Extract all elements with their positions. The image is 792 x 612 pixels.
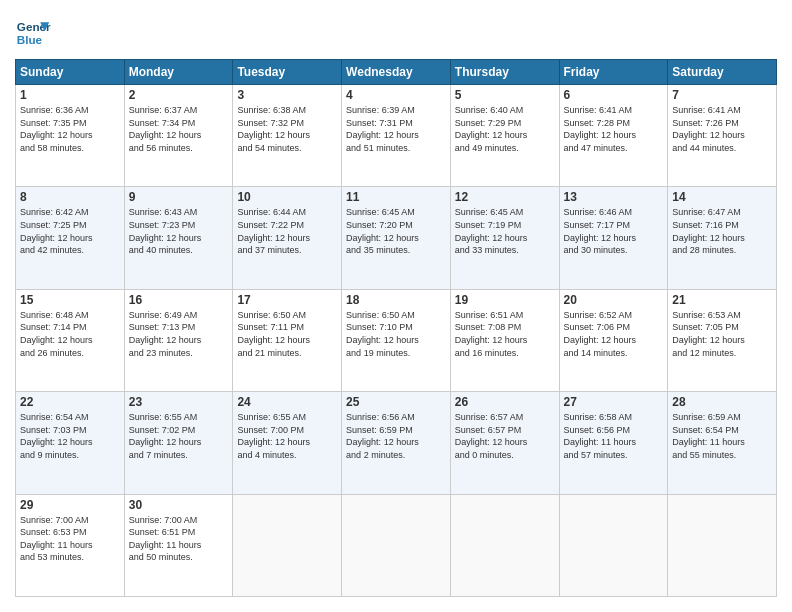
calendar-cell — [559, 494, 668, 596]
calendar-cell: 11Sunrise: 6:45 AM Sunset: 7:20 PM Dayli… — [342, 187, 451, 289]
cell-text: Sunrise: 6:50 AM Sunset: 7:10 PM Dayligh… — [346, 309, 446, 359]
day-number: 12 — [455, 190, 555, 204]
day-number: 17 — [237, 293, 337, 307]
cell-text: Sunrise: 6:54 AM Sunset: 7:03 PM Dayligh… — [20, 411, 120, 461]
cell-text: Sunrise: 6:45 AM Sunset: 7:19 PM Dayligh… — [455, 206, 555, 256]
calendar-week-4: 22Sunrise: 6:54 AM Sunset: 7:03 PM Dayli… — [16, 392, 777, 494]
calendar-week-1: 1Sunrise: 6:36 AM Sunset: 7:35 PM Daylig… — [16, 85, 777, 187]
day-number: 4 — [346, 88, 446, 102]
cell-text: Sunrise: 6:53 AM Sunset: 7:05 PM Dayligh… — [672, 309, 772, 359]
calendar-cell: 16Sunrise: 6:49 AM Sunset: 7:13 PM Dayli… — [124, 289, 233, 391]
cell-text: Sunrise: 6:37 AM Sunset: 7:34 PM Dayligh… — [129, 104, 229, 154]
calendar-cell — [342, 494, 451, 596]
calendar-cell: 13Sunrise: 6:46 AM Sunset: 7:17 PM Dayli… — [559, 187, 668, 289]
day-header-sunday: Sunday — [16, 60, 125, 85]
day-number: 1 — [20, 88, 120, 102]
day-header-tuesday: Tuesday — [233, 60, 342, 85]
day-number: 15 — [20, 293, 120, 307]
calendar-cell: 9Sunrise: 6:43 AM Sunset: 7:23 PM Daylig… — [124, 187, 233, 289]
day-number: 9 — [129, 190, 229, 204]
logo: General Blue — [15, 15, 51, 51]
day-header-friday: Friday — [559, 60, 668, 85]
calendar-cell: 17Sunrise: 6:50 AM Sunset: 7:11 PM Dayli… — [233, 289, 342, 391]
cell-text: Sunrise: 6:55 AM Sunset: 7:00 PM Dayligh… — [237, 411, 337, 461]
day-number: 28 — [672, 395, 772, 409]
cell-text: Sunrise: 6:44 AM Sunset: 7:22 PM Dayligh… — [237, 206, 337, 256]
calendar-cell: 7Sunrise: 6:41 AM Sunset: 7:26 PM Daylig… — [668, 85, 777, 187]
cell-text: Sunrise: 6:48 AM Sunset: 7:14 PM Dayligh… — [20, 309, 120, 359]
day-number: 30 — [129, 498, 229, 512]
cell-text: Sunrise: 6:50 AM Sunset: 7:11 PM Dayligh… — [237, 309, 337, 359]
calendar-cell: 27Sunrise: 6:58 AM Sunset: 6:56 PM Dayli… — [559, 392, 668, 494]
day-number: 16 — [129, 293, 229, 307]
cell-text: Sunrise: 6:38 AM Sunset: 7:32 PM Dayligh… — [237, 104, 337, 154]
cell-text: Sunrise: 6:46 AM Sunset: 7:17 PM Dayligh… — [564, 206, 664, 256]
calendar-cell: 2Sunrise: 6:37 AM Sunset: 7:34 PM Daylig… — [124, 85, 233, 187]
day-number: 5 — [455, 88, 555, 102]
calendar-week-5: 29Sunrise: 7:00 AM Sunset: 6:53 PM Dayli… — [16, 494, 777, 596]
day-number: 20 — [564, 293, 664, 307]
cell-text: Sunrise: 6:43 AM Sunset: 7:23 PM Dayligh… — [129, 206, 229, 256]
cell-text: Sunrise: 6:57 AM Sunset: 6:57 PM Dayligh… — [455, 411, 555, 461]
day-number: 24 — [237, 395, 337, 409]
day-number: 18 — [346, 293, 446, 307]
calendar-cell: 6Sunrise: 6:41 AM Sunset: 7:28 PM Daylig… — [559, 85, 668, 187]
calendar-cell: 23Sunrise: 6:55 AM Sunset: 7:02 PM Dayli… — [124, 392, 233, 494]
calendar-cell: 26Sunrise: 6:57 AM Sunset: 6:57 PM Dayli… — [450, 392, 559, 494]
cell-text: Sunrise: 6:41 AM Sunset: 7:28 PM Dayligh… — [564, 104, 664, 154]
calendar-header-row: SundayMondayTuesdayWednesdayThursdayFrid… — [16, 60, 777, 85]
svg-text:Blue: Blue — [17, 33, 43, 46]
calendar-cell: 4Sunrise: 6:39 AM Sunset: 7:31 PM Daylig… — [342, 85, 451, 187]
day-number: 25 — [346, 395, 446, 409]
day-number: 2 — [129, 88, 229, 102]
calendar-cell — [233, 494, 342, 596]
calendar-cell: 14Sunrise: 6:47 AM Sunset: 7:16 PM Dayli… — [668, 187, 777, 289]
calendar-cell: 1Sunrise: 6:36 AM Sunset: 7:35 PM Daylig… — [16, 85, 125, 187]
day-number: 7 — [672, 88, 772, 102]
calendar-cell: 19Sunrise: 6:51 AM Sunset: 7:08 PM Dayli… — [450, 289, 559, 391]
cell-text: Sunrise: 6:52 AM Sunset: 7:06 PM Dayligh… — [564, 309, 664, 359]
cell-text: Sunrise: 6:36 AM Sunset: 7:35 PM Dayligh… — [20, 104, 120, 154]
calendar-cell: 5Sunrise: 6:40 AM Sunset: 7:29 PM Daylig… — [450, 85, 559, 187]
day-number: 29 — [20, 498, 120, 512]
calendar-cell: 30Sunrise: 7:00 AM Sunset: 6:51 PM Dayli… — [124, 494, 233, 596]
day-number: 23 — [129, 395, 229, 409]
cell-text: Sunrise: 6:55 AM Sunset: 7:02 PM Dayligh… — [129, 411, 229, 461]
logo-icon: General Blue — [15, 15, 51, 51]
cell-text: Sunrise: 6:56 AM Sunset: 6:59 PM Dayligh… — [346, 411, 446, 461]
calendar-week-3: 15Sunrise: 6:48 AM Sunset: 7:14 PM Dayli… — [16, 289, 777, 391]
calendar-cell: 20Sunrise: 6:52 AM Sunset: 7:06 PM Dayli… — [559, 289, 668, 391]
calendar-table: SundayMondayTuesdayWednesdayThursdayFrid… — [15, 59, 777, 597]
page: General Blue SundayMondayTuesdayWednesda… — [0, 0, 792, 612]
calendar-cell: 25Sunrise: 6:56 AM Sunset: 6:59 PM Dayli… — [342, 392, 451, 494]
calendar-cell: 18Sunrise: 6:50 AM Sunset: 7:10 PM Dayli… — [342, 289, 451, 391]
cell-text: Sunrise: 7:00 AM Sunset: 6:51 PM Dayligh… — [129, 514, 229, 564]
cell-text: Sunrise: 6:47 AM Sunset: 7:16 PM Dayligh… — [672, 206, 772, 256]
cell-text: Sunrise: 6:49 AM Sunset: 7:13 PM Dayligh… — [129, 309, 229, 359]
day-number: 19 — [455, 293, 555, 307]
calendar-cell: 28Sunrise: 6:59 AM Sunset: 6:54 PM Dayli… — [668, 392, 777, 494]
day-number: 27 — [564, 395, 664, 409]
calendar-cell — [668, 494, 777, 596]
day-number: 11 — [346, 190, 446, 204]
cell-text: Sunrise: 6:39 AM Sunset: 7:31 PM Dayligh… — [346, 104, 446, 154]
cell-text: Sunrise: 7:00 AM Sunset: 6:53 PM Dayligh… — [20, 514, 120, 564]
day-number: 21 — [672, 293, 772, 307]
calendar-cell: 21Sunrise: 6:53 AM Sunset: 7:05 PM Dayli… — [668, 289, 777, 391]
day-header-monday: Monday — [124, 60, 233, 85]
calendar-cell: 15Sunrise: 6:48 AM Sunset: 7:14 PM Dayli… — [16, 289, 125, 391]
calendar-week-2: 8Sunrise: 6:42 AM Sunset: 7:25 PM Daylig… — [16, 187, 777, 289]
calendar-cell: 29Sunrise: 7:00 AM Sunset: 6:53 PM Dayli… — [16, 494, 125, 596]
day-number: 13 — [564, 190, 664, 204]
day-number: 10 — [237, 190, 337, 204]
cell-text: Sunrise: 6:41 AM Sunset: 7:26 PM Dayligh… — [672, 104, 772, 154]
calendar-cell: 22Sunrise: 6:54 AM Sunset: 7:03 PM Dayli… — [16, 392, 125, 494]
calendar-cell: 3Sunrise: 6:38 AM Sunset: 7:32 PM Daylig… — [233, 85, 342, 187]
cell-text: Sunrise: 6:58 AM Sunset: 6:56 PM Dayligh… — [564, 411, 664, 461]
day-number: 14 — [672, 190, 772, 204]
day-number: 3 — [237, 88, 337, 102]
day-header-wednesday: Wednesday — [342, 60, 451, 85]
cell-text: Sunrise: 6:59 AM Sunset: 6:54 PM Dayligh… — [672, 411, 772, 461]
day-header-thursday: Thursday — [450, 60, 559, 85]
day-number: 26 — [455, 395, 555, 409]
